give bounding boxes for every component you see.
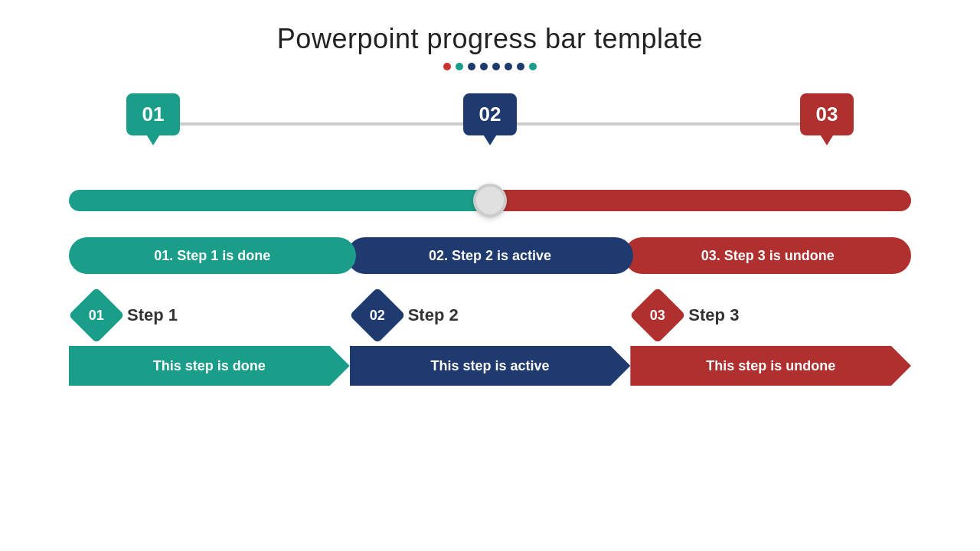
pin-number-2: 02 xyxy=(479,103,501,126)
pin-box-1: 01 xyxy=(126,93,180,135)
decorative-dots xyxy=(443,63,537,70)
dot-4 xyxy=(480,63,488,70)
step-label-active: 02. Step 2 is active xyxy=(347,237,634,274)
dot-3 xyxy=(468,63,475,70)
step-2-name: Step 2 xyxy=(408,305,459,325)
diamond-number-2: 02 xyxy=(370,308,385,324)
pin-step-3: 03 xyxy=(800,93,854,135)
pin-box-3: 03 xyxy=(800,93,854,135)
diamond-number-1: 01 xyxy=(89,308,104,324)
progress-undone-portion xyxy=(490,190,911,211)
arrow-undone-text: This step is undone xyxy=(706,358,835,374)
steps-section: 01 Step 1 This step is done 02 Step 2 Th… xyxy=(69,295,911,386)
step-label-undone: 03. Step 3 is undone xyxy=(624,237,911,274)
dot-8 xyxy=(529,63,537,70)
progress-bar-section xyxy=(69,178,911,223)
arrow-undone: This step is undone xyxy=(630,346,911,386)
pin-number-1: 01 xyxy=(142,103,165,126)
pin-step-1: 01 xyxy=(126,93,180,135)
step-group-2: 02 Step 2 This step is active xyxy=(350,295,631,386)
diamond-2: 02 xyxy=(349,287,406,344)
progress-knob[interactable] xyxy=(473,184,507,217)
step-2-header: 02 Step 2 xyxy=(350,295,459,335)
diamond-1: 01 xyxy=(68,287,125,344)
progress-track xyxy=(69,190,911,211)
arrow-1-container: This step is done xyxy=(69,346,350,386)
dot-2 xyxy=(456,63,463,70)
diamond-3: 03 xyxy=(630,287,687,344)
arrow-2-container: This step is active xyxy=(350,346,631,386)
pin-markers-section: 01 02 03 xyxy=(69,93,911,170)
step-1-header: 01 Step 1 xyxy=(69,295,178,335)
arrow-active: This step is active xyxy=(350,346,631,386)
step-3-header: 03 Step 3 xyxy=(630,295,739,335)
step-labels-bar: 01. Step 1 is done 02. Step 2 is active … xyxy=(69,237,911,274)
dot-7 xyxy=(517,63,524,70)
diamond-number-3: 03 xyxy=(650,308,665,324)
arrow-done: This step is done xyxy=(69,346,350,386)
step-group-1: 01 Step 1 This step is done xyxy=(69,295,350,386)
page-title: Powerpoint progress bar template xyxy=(277,23,703,55)
dot-5 xyxy=(492,63,500,70)
pin-number-3: 03 xyxy=(816,103,838,126)
step-group-3: 03 Step 3 This step is undone xyxy=(630,295,911,386)
arrow-active-text: This step is active xyxy=(430,358,549,374)
dot-1 xyxy=(443,63,451,70)
arrow-done-text: This step is done xyxy=(153,358,266,374)
dot-6 xyxy=(505,63,512,70)
pin-box-2: 02 xyxy=(463,93,517,135)
progress-done-portion xyxy=(69,190,490,211)
pin-step-2: 02 xyxy=(463,93,517,135)
step-label-done: 01. Step 1 is done xyxy=(69,237,356,274)
arrow-3-container: This step is undone xyxy=(630,346,911,386)
step-3-name: Step 3 xyxy=(688,305,739,325)
step-1-name: Step 1 xyxy=(127,305,178,325)
